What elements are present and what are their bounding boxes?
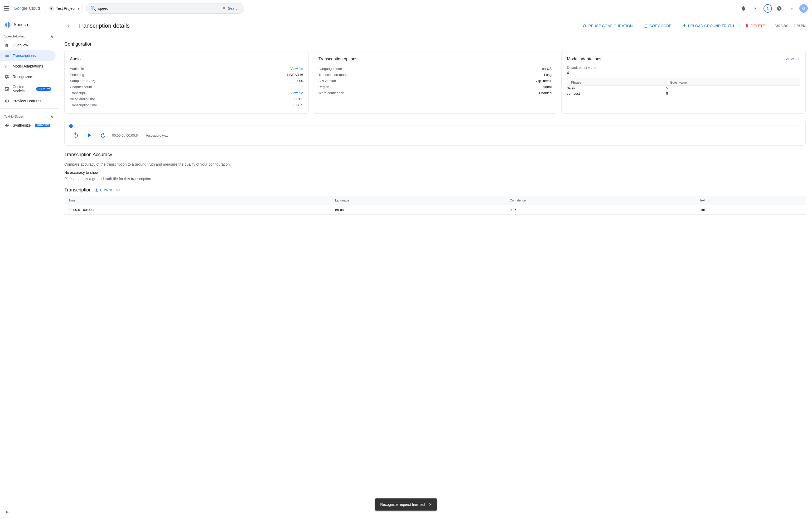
sidebar-collapse-button[interactable] (0, 505, 58, 519)
config-row-transcription-model: Transcription model Long (318, 72, 552, 78)
config-row-transcription-time: Transcription time 00:06.5 (70, 102, 303, 108)
delete-button[interactable]: DELETE (742, 22, 768, 30)
transcription-time-label: Transcription time (70, 103, 97, 107)
configuration-section-title: Configuration (64, 41, 806, 47)
model-adaptations-card: Model adaptations VIEW ALL Default boost… (561, 51, 806, 114)
audio-card: Audio Audio file View file Encoding LINE… (64, 51, 309, 114)
encoding-label: Encoding (70, 73, 84, 77)
main-content: Transcription details REUSE CONFIGURATIO… (58, 17, 812, 519)
table-header-row: Time Language Confidence Text (64, 196, 806, 205)
transcript-label: Transcript (70, 91, 85, 95)
rewind-button[interactable] (71, 131, 80, 140)
row-confidence: 0.96 (506, 205, 695, 215)
sidebar-header: Speech (0, 17, 58, 31)
notifications-icon[interactable] (738, 3, 749, 14)
sidebar: Speech Speech-to-Text ∧ Overview Transcr… (0, 17, 58, 519)
sidebar-item-synthesize[interactable]: Synthesize PREVIEW (0, 120, 56, 131)
action-divider-2 (677, 23, 677, 28)
recognizers-label: Recognizers (13, 75, 33, 79)
boost-row-daisy: daisy 5 (567, 86, 800, 91)
delete-icon (745, 24, 749, 28)
speech-to-text-collapse-icon[interactable]: ∧ (50, 34, 54, 39)
progress-thumb[interactable] (69, 124, 73, 128)
user-avatar[interactable]: G (799, 4, 808, 13)
project-icon: ◉ (49, 6, 54, 11)
search-button[interactable]: Search (228, 6, 239, 10)
clear-search-icon[interactable]: ✕ (222, 6, 226, 11)
transcript-link[interactable]: View file (290, 91, 303, 95)
view-all-link[interactable]: VIEW ALL (786, 57, 800, 61)
time-column-header: Time (64, 196, 331, 205)
language-code-label: Language code (318, 67, 342, 71)
custom-models-preview-badge: PREVIEW (36, 87, 51, 91)
channel-count-label: Channel count (70, 85, 92, 89)
sidebar-item-overview[interactable]: Overview (0, 40, 56, 50)
progress-track[interactable] (71, 125, 799, 126)
content-body: Configuration Audio Audio file View file… (58, 35, 812, 221)
svg-rect-3 (9, 23, 10, 27)
help-icon[interactable] (774, 3, 785, 14)
transcription-time-value: 00:06.5 (292, 103, 303, 107)
text-column-header: Text (695, 196, 806, 205)
sidebar-item-transcriptions[interactable]: Transcriptions (0, 50, 56, 61)
home-icon (4, 42, 9, 48)
config-row-encoding: Encoding LINEAR16 (70, 72, 303, 78)
snackbar-close-button[interactable]: × (429, 502, 432, 507)
play-button[interactable] (85, 131, 94, 140)
row-time: 00:00.0 - 00:00.4 (64, 205, 331, 215)
config-row-billed-audio: Billed audio time 00:01 (70, 96, 303, 102)
transcription-options-card: Transcription options Language code en-U… (313, 51, 557, 114)
synthesize-label: Synthesize (13, 123, 31, 127)
encoding-value: LINEAR16 (287, 73, 303, 77)
upload-icon (682, 24, 687, 28)
google-cloud-logo: Google Cloud (14, 6, 40, 11)
terminal-icon[interactable] (751, 3, 761, 14)
audio-file-link[interactable]: View file (290, 67, 303, 71)
config-cards: Audio Audio file View file Encoding LINE… (64, 51, 806, 114)
download-button[interactable]: DOWNLOAD (95, 188, 120, 192)
config-row-sample-rate: Sample rate (hz) 32000 (70, 78, 303, 84)
transcription-model-label: Transcription model (318, 73, 349, 77)
total-time: 00:00.6 (126, 134, 138, 137)
config-row-channel-count: Channel count 1 (70, 84, 303, 90)
project-dropdown-icon: ▾ (78, 6, 79, 10)
word-confidence-value: Enabled (539, 91, 552, 95)
config-row-audio-file: Audio file View file (70, 66, 303, 72)
language-code-value: en-US (542, 67, 552, 71)
region-value: global (543, 85, 552, 89)
player-filename: test-audio.wav (146, 134, 169, 137)
accuracy-section-title: Transcription Accuracy (64, 152, 806, 157)
search-input[interactable] (98, 6, 221, 10)
sidebar-item-custom-models[interactable]: Custom Models PREVIEW (0, 82, 56, 96)
sidebar-item-preview-features[interactable]: Preview Features (0, 96, 56, 106)
speech-logo-icon (4, 21, 11, 28)
project-selector[interactable]: ◉ Test Project ▾ (45, 4, 83, 13)
boost-row-compost: compost 5 (567, 91, 800, 96)
audio-player: 00:00.0 / 00:00.6 test-audio.wav (64, 120, 806, 146)
preview-features-label: Preview Features (13, 99, 41, 103)
boost-column-header: Boost value (666, 78, 800, 86)
download-icon (95, 188, 99, 192)
sidebar-item-model-adaptations[interactable]: Model Adaptations (0, 61, 56, 71)
account-icon[interactable]: 1 (763, 4, 772, 13)
hamburger-menu[interactable] (4, 5, 10, 11)
current-time: 00:00.0 (112, 134, 123, 137)
upload-ground-truth-button[interactable]: UPLOAD GROUND TRUTH (679, 22, 737, 30)
sidebar-item-recognizers[interactable]: Recognizers (0, 71, 56, 82)
more-options-icon[interactable] (787, 3, 797, 14)
boost-daisy: 5 (666, 86, 800, 91)
text-to-speech-section-label: Text-to-Speech ∧ (0, 111, 58, 120)
copy-code-button[interactable]: COPY CODE (640, 22, 675, 30)
back-button[interactable] (64, 21, 74, 31)
player-controls: 00:00.0 / 00:00.6 test-audio.wav (71, 131, 799, 140)
forward-button[interactable] (98, 131, 108, 140)
text-to-speech-collapse-icon[interactable]: ∧ (50, 114, 54, 119)
boost-table: Phrase Boost value daisy 5 compost (567, 78, 800, 96)
phrase-daisy: daisy (567, 86, 666, 91)
phrase-column-header: Phrase (567, 78, 666, 86)
snackbar: Recognize request finished × (375, 498, 437, 511)
reuse-configuration-button[interactable]: REUSE CONFIGURATION (579, 22, 636, 30)
action-divider-1 (638, 23, 638, 28)
sample-rate-label: Sample rate (hz) (70, 79, 95, 83)
progress-bar-container[interactable] (71, 125, 799, 126)
